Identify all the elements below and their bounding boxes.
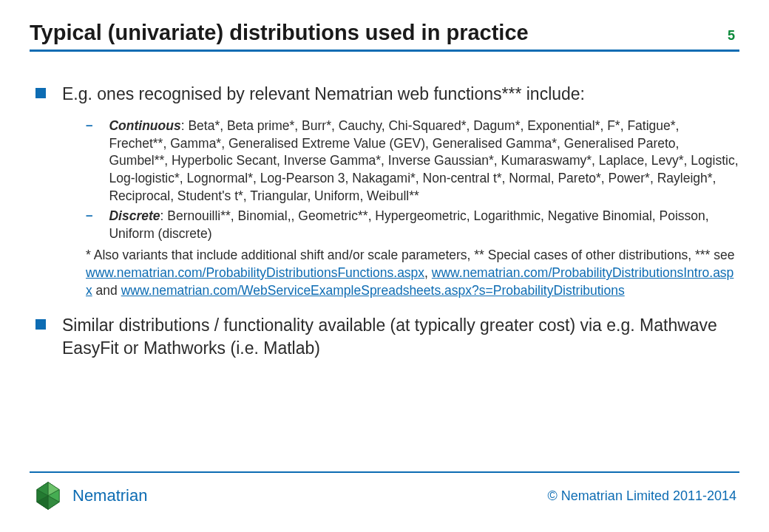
dash-bullet-icon: – — [86, 208, 92, 242]
link-webservice-spreadsheets[interactable]: www.nematrian.com/WebServiceExampleSprea… — [121, 283, 625, 298]
footnote-sep-1: , — [424, 265, 432, 280]
link-distributions-functions[interactable]: www.nematrian.com/ProbabilityDistributio… — [86, 265, 424, 280]
footer: Nematrian © Nematrian Limited 2011-2014 — [30, 471, 739, 514]
continuous-list: : Beta*, Beta prime*, Burr*, Cauchy, Chi… — [109, 118, 738, 203]
copyright-text: © Nematrian Limited 2011-2014 — [548, 488, 736, 504]
square-bullet-icon — [35, 88, 46, 98]
discrete-label: Discrete — [109, 208, 160, 223]
sub-bullet-continuous: – Continuous: Beta*, Beta prime*, Burr*,… — [86, 117, 739, 205]
dash-bullet-icon: – — [86, 117, 92, 205]
bullet-2: Similar distributions / functionality av… — [35, 314, 739, 360]
sub-bullet-continuous-text: Continuous: Beta*, Beta prime*, Burr*, C… — [109, 117, 739, 205]
sub-bullet-discrete: – Discrete: Bernouilli**, Binomial,, Geo… — [86, 208, 739, 242]
content-area: E.g. ones recognised by relevant Nematri… — [30, 83, 739, 471]
nematrian-logo-icon — [33, 480, 64, 511]
square-bullet-icon — [35, 319, 46, 330]
slide-title: Typical (univariate) distributions used … — [30, 21, 728, 45]
bullet-1-text: E.g. ones recognised by relevant Nematri… — [62, 83, 585, 106]
page-number: 5 — [728, 28, 739, 44]
brand-name: Nematrian — [72, 486, 147, 505]
bullet-2-text: Similar distributions / functionality av… — [62, 314, 739, 360]
header: Typical (univariate) distributions used … — [30, 21, 739, 52]
footnote-intro: * Also variants that include additional … — [86, 248, 734, 262]
sub-bullet-discrete-text: Discrete: Bernouilli**, Binomial,, Geome… — [109, 208, 739, 242]
brand-block: Nematrian — [33, 480, 548, 511]
footnote-sep-2: and — [92, 283, 121, 298]
bullet-1: E.g. ones recognised by relevant Nematri… — [35, 83, 739, 106]
footnote: * Also variants that include additional … — [86, 247, 739, 299]
discrete-list: : Bernouilli**, Binomial,, Geometric**, … — [109, 208, 708, 241]
continuous-label: Continuous — [109, 118, 180, 133]
slide: Typical (univariate) distributions used … — [0, 0, 769, 532]
